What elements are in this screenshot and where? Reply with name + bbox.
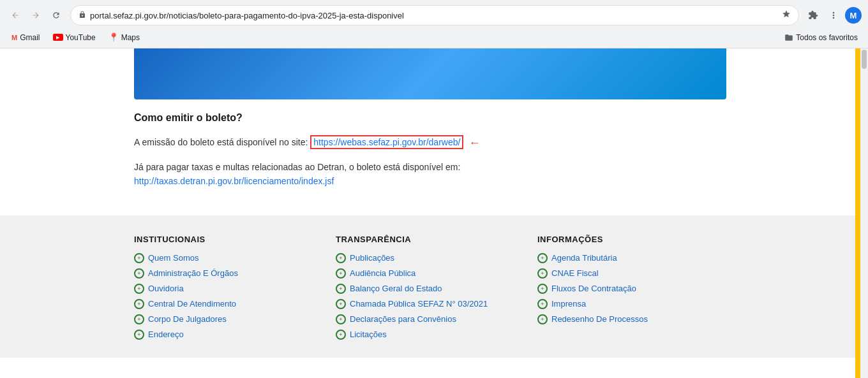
footer-link-label: Imprensa (551, 299, 586, 309)
youtube-label: YouTube (66, 33, 96, 42)
scrollbar-thumb[interactable] (862, 50, 867, 69)
bookmark-maps[interactable]: 📍 Maps (103, 31, 145, 43)
circle-plus-icon: + (537, 253, 548, 263)
paragraph-1: A emissão do boleto está disponível no s… (134, 134, 726, 152)
url-display: portal.sefaz.pi.gov.br/noticias/boleto-p… (90, 11, 778, 20)
footer-link-publicacoes[interactable]: + Publicações (336, 253, 525, 263)
footer-link-label: CNAE Fiscal (551, 268, 599, 278)
footer-link-label: Corpo De Julgadores (148, 314, 227, 324)
darweb-link[interactable]: https://webas.sefaz.pi.gov.br/darweb/ (310, 135, 463, 149)
circle-plus-icon: + (134, 330, 144, 340)
article-content: Como emitir o boleto? A emissão do bolet… (0, 99, 860, 215)
footer-link-label: Licitações (350, 330, 387, 339)
footer-col-transparencia: TRANSPARÊNCIA + Publicações + Audiência … (336, 235, 525, 345)
para2-line1: Já para pagar taxas e multas relacionada… (134, 162, 460, 172)
footer-link-endereco[interactable]: + Endereço (134, 330, 323, 340)
scrollbar-track[interactable] (860, 48, 868, 378)
reload-button[interactable] (47, 6, 65, 24)
circle-plus-icon: + (336, 314, 346, 324)
footer-link-label: Endereço (148, 330, 184, 339)
footer-link-audiencia[interactable]: + Audiência Pública (336, 268, 525, 279)
circle-plus-icon: + (336, 299, 346, 309)
section-title: Como emitir o boleto? (134, 112, 726, 124)
footer-link-administracao[interactable]: + Administração E Órgãos (134, 268, 323, 279)
toolbar-right: M (804, 6, 862, 24)
circle-plus-icon: + (336, 330, 346, 340)
circle-plus-icon: + (134, 253, 144, 263)
profile-avatar[interactable]: M (845, 7, 862, 24)
footer-link-label: Quem Somos (148, 253, 198, 263)
detran-link[interactable]: http://taxas.detran.pi.gov.br/licenciame… (134, 176, 334, 186)
footer-link-label: Ouvidoria (148, 284, 184, 293)
address-bar[interactable]: portal.sefaz.pi.gov.br/noticias/boleto-p… (70, 5, 799, 25)
gmail-icon: M (11, 34, 17, 41)
para1-text-before: A emissão do boleto está disponível no s… (134, 137, 310, 147)
footer-col-informacoes: INFORMAÇÕES + Agenda Tributária + CNAE F… (537, 235, 726, 345)
youtube-icon: ▶ (53, 34, 63, 41)
footer-link-agenda[interactable]: + Agenda Tributária (537, 253, 726, 263)
circle-plus-icon: + (537, 299, 548, 309)
footer-link-label: Chamada Pública SEFAZ N° 03/2021 (350, 299, 488, 309)
maps-label: Maps (121, 33, 140, 42)
footer-link-label: Balanço Geral do Estado (350, 284, 442, 293)
footer-link-ouvidoria[interactable]: + Ouvidoria (134, 284, 323, 294)
back-button[interactable] (6, 6, 24, 24)
all-bookmarks-label: Todos os favoritos (796, 33, 858, 42)
circle-plus-icon: + (336, 284, 346, 294)
footer-link-licitacoes[interactable]: + Licitações (336, 330, 525, 340)
footer-link-declaracoes[interactable]: + Declarações para Convênios (336, 314, 525, 324)
footer-link-balanco[interactable]: + Balanço Geral do Estado (336, 284, 525, 294)
footer-col2-title: TRANSPARÊNCIA (336, 235, 525, 244)
circle-plus-icon: + (537, 284, 548, 294)
top-banner (134, 48, 726, 99)
yellow-sidebar-indicator (855, 48, 860, 378)
circle-plus-icon: + (336, 253, 346, 263)
footer-col3-title: INFORMAÇÕES (537, 235, 726, 244)
paragraph-2: Já para pagar taxas e multas relacionada… (134, 160, 726, 189)
browser-toolbar: portal.sefaz.pi.gov.br/noticias/boleto-p… (0, 0, 868, 28)
circle-plus-icon: + (537, 314, 548, 324)
browser-window: portal.sefaz.pi.gov.br/noticias/boleto-p… (0, 0, 868, 378)
circle-plus-icon: + (134, 299, 144, 309)
all-bookmarks-button[interactable]: Todos os favoritos (781, 32, 862, 43)
circle-plus-icon: + (134, 284, 144, 294)
footer-link-label: Agenda Tributária (551, 253, 617, 263)
circle-plus-icon: + (134, 268, 144, 279)
bookmark-gmail[interactable]: M Gmail (6, 32, 45, 43)
folder-icon (784, 33, 793, 42)
gmail-label: Gmail (20, 33, 40, 42)
forward-button[interactable] (27, 6, 45, 24)
footer-link-redesenho[interactable]: + Redesenho De Processos (537, 314, 726, 324)
footer-link-label: Central De Atendimento (148, 299, 236, 309)
circle-plus-icon: + (537, 268, 548, 279)
footer-link-imprensa[interactable]: + Imprensa (537, 299, 726, 309)
footer-link-cnae[interactable]: + CNAE Fiscal (537, 268, 726, 279)
footer: INSTITUCIONAIS + Quem Somos + Administra… (0, 215, 860, 358)
circle-plus-icon: + (336, 268, 346, 279)
bookmark-youtube[interactable]: ▶ YouTube (48, 32, 101, 43)
nav-buttons (6, 6, 65, 24)
page-content: Como emitir o boleto? A emissão do bolet… (0, 48, 868, 378)
footer-link-label: Fluxos De Contratação (551, 284, 636, 293)
footer-link-central-atendimento[interactable]: + Central De Atendimento (134, 299, 323, 309)
footer-link-label: Publicações (350, 253, 394, 263)
lock-icon (79, 11, 86, 20)
menu-button[interactable] (825, 6, 842, 24)
maps-pin-icon: 📍 (108, 33, 119, 42)
bookmark-star-icon[interactable] (782, 10, 791, 21)
page-scroll-area[interactable]: Como emitir o boleto? A emissão do bolet… (0, 48, 860, 378)
footer-link-quem-somos[interactable]: + Quem Somos (134, 253, 323, 263)
circle-plus-icon: + (134, 314, 144, 324)
red-arrow-icon: ← (468, 134, 480, 152)
footer-link-corpo-julgadores[interactable]: + Corpo De Julgadores (134, 314, 323, 324)
footer-link-label: Redesenho De Processos (551, 314, 648, 324)
footer-link-chamada[interactable]: + Chamada Pública SEFAZ N° 03/2021 (336, 299, 525, 309)
footer-link-label: Audiência Pública (350, 268, 415, 278)
footer-col1-title: INSTITUCIONAIS (134, 235, 323, 244)
footer-link-label: Administração E Órgãos (148, 268, 238, 278)
footer-link-fluxos[interactable]: + Fluxos De Contratação (537, 284, 726, 294)
footer-link-label: Declarações para Convênios (350, 314, 456, 324)
footer-col-institucionais: INSTITUCIONAIS + Quem Somos + Administra… (134, 235, 323, 345)
bookmarks-bar: M Gmail ▶ YouTube 📍 Maps Todos os favori… (0, 28, 868, 48)
extensions-button[interactable] (804, 6, 822, 24)
